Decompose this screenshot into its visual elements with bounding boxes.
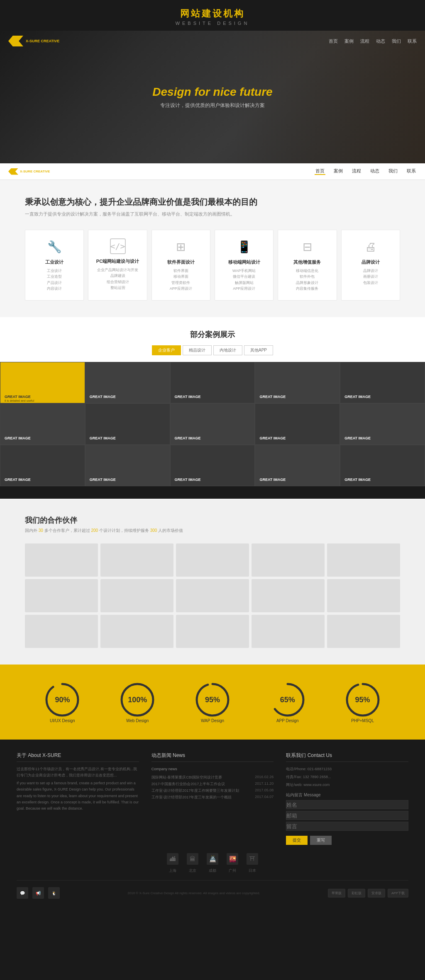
services-heading: 秉承以创意为核心，提升企业品牌商业价值是我们最根本的目的 bbox=[25, 196, 400, 208]
footer-message-input[interactable] bbox=[286, 822, 408, 831]
hero-nav-process[interactable]: 流程 bbox=[360, 38, 369, 44]
service-title-5: 品牌设计 bbox=[347, 259, 395, 265]
service-icon-5: 🖨 bbox=[362, 238, 379, 255]
partners-grid bbox=[25, 543, 400, 648]
service-title-0: 工业设计 bbox=[30, 259, 78, 265]
stat-circle-2: 95% bbox=[194, 681, 231, 718]
portfolio-item-7[interactable]: GREAT IMAGE bbox=[170, 403, 255, 445]
sec-nav-news[interactable]: 动态 bbox=[369, 168, 380, 175]
portfolio-item-11[interactable]: GREAT IMAGE bbox=[85, 445, 170, 486]
footer-news-text-1: 2017·中国服务行业协会2017上半年工作会议 bbox=[151, 781, 225, 787]
portfolio-item-13[interactable]: GREAT IMAGE bbox=[255, 445, 340, 486]
portfolio-label-13: GREAT IMAGE bbox=[259, 478, 286, 482]
footer-app-btn-3[interactable]: APP下载 bbox=[388, 889, 408, 898]
logo-icon bbox=[8, 36, 23, 46]
footer-message-label: 站内留言 Message bbox=[286, 791, 408, 798]
footer-email-input[interactable] bbox=[286, 811, 408, 820]
sec-logo-icon bbox=[8, 168, 18, 175]
service-card-2: ⊞ 软件界面设计 软件界面移动界面管理类软件APP应用设计 bbox=[151, 230, 210, 301]
footer-icon-qq[interactable]: 🐧 bbox=[48, 887, 60, 899]
portfolio-item-2[interactable]: GREAT IMAGE bbox=[170, 362, 255, 403]
sec-nav-cases[interactable]: 案例 bbox=[333, 168, 344, 175]
portfolio-item-3[interactable]: GREAT IMAGE bbox=[255, 362, 340, 403]
footer-city-label-0: 上海 bbox=[169, 868, 176, 873]
hero-nav-news[interactable]: 动态 bbox=[376, 38, 385, 44]
service-desc-2: 软件界面移动界面管理类软件APP应用设计 bbox=[157, 268, 205, 292]
portfolio-item-10[interactable]: GREAT IMAGE bbox=[0, 445, 85, 486]
sec-nav-contact[interactable]: 联系 bbox=[406, 168, 417, 175]
partner-7 bbox=[176, 579, 249, 612]
portfolio-tab-3[interactable]: 其他APP bbox=[244, 345, 273, 355]
hero-nav-about[interactable]: 我们 bbox=[392, 38, 401, 44]
portfolio-label-12: GREAT IMAGE bbox=[175, 478, 201, 482]
hero-logo: X-SURE CREATIVE bbox=[8, 36, 59, 46]
portfolio-item-9[interactable]: GREAT IMAGE bbox=[340, 403, 425, 445]
service-icon-0: 🔧 bbox=[46, 238, 63, 255]
portfolio-item-1[interactable]: GREAT IMAGE bbox=[85, 362, 170, 403]
footer-city-label-2: 成都 bbox=[209, 868, 216, 873]
stat-circle-3: 65% bbox=[269, 681, 306, 718]
portfolio-item-6[interactable]: GREAT IMAGE bbox=[85, 403, 170, 445]
footer-news-date-3: 2017.04.07 bbox=[255, 795, 274, 800]
footer-city-label-1: 北京 bbox=[189, 868, 196, 873]
portfolio-item-8[interactable]: GREAT IMAGE bbox=[255, 403, 340, 445]
portfolio-section: 部分案例展示 企业客户 精品设计 内地设计 其他APP GREAT IMAGE … bbox=[0, 317, 425, 486]
hero-nav-contact[interactable]: 联系 bbox=[408, 38, 417, 44]
portfolio-tab-1[interactable]: 精品设计 bbox=[183, 345, 212, 355]
footer-city-1: 🏛 北京 bbox=[187, 853, 198, 873]
footer-reset-button[interactable]: 重写 bbox=[310, 836, 332, 845]
portfolio-tab-0[interactable]: 企业客户 bbox=[152, 345, 181, 355]
partner-2 bbox=[176, 543, 249, 577]
footer-columns: 关于 About X-SURE 过去那些年11个市场设计员，有一名优秀产品设计,… bbox=[17, 752, 408, 845]
portfolio-item-12[interactable]: GREAT IMAGE bbox=[170, 445, 255, 486]
portfolio-label-8: GREAT IMAGE bbox=[259, 436, 286, 440]
service-title-2: 软件界面设计 bbox=[157, 259, 205, 265]
service-icon-3: 📱 bbox=[236, 238, 252, 255]
footer-city-3: 🌇 广州 bbox=[227, 853, 238, 873]
stat-circle-4: 95% bbox=[344, 681, 381, 718]
stat-value-2: 95% bbox=[205, 695, 220, 704]
footer-app-btn-2[interactable]: 安卓版 bbox=[368, 889, 385, 898]
footer-news-col: 动态新闻 News Company news 国际网站·泰博莱重庆CBI国际空间… bbox=[151, 752, 274, 845]
footer-app-btn-1[interactable]: 彩虹版 bbox=[348, 889, 365, 898]
stat-1: 100% Web Design bbox=[119, 681, 156, 723]
portfolio-item-4[interactable]: GREAT IMAGE bbox=[340, 362, 425, 403]
service-desc-4: 移动端信息化软件外包品牌形象设计内容集传服务 bbox=[283, 268, 331, 292]
portfolio-grid: GREAT IMAGE it is detailed and useful GR… bbox=[0, 362, 425, 486]
stats-section: 90% UI/UX Design 100% Web Design 95% WAP… bbox=[0, 665, 425, 740]
partner-14 bbox=[327, 615, 400, 648]
footer-city-4: ⛩ 日本 bbox=[247, 853, 258, 873]
footer-icon-weibo[interactable]: 📢 bbox=[32, 887, 44, 899]
portfolio-item-0[interactable]: GREAT IMAGE it is detailed and useful bbox=[0, 362, 85, 403]
footer-news-text-0: 国际网站·泰博莱重庆CBI国际空间设计竞赛 bbox=[151, 775, 222, 780]
sec-nav-process[interactable]: 流程 bbox=[351, 168, 362, 175]
footer-app-btn-0[interactable]: 苹果版 bbox=[328, 889, 345, 898]
hero-nav-home[interactable]: 首页 bbox=[329, 38, 338, 44]
portfolio-label-5: GREAT IMAGE bbox=[5, 436, 31, 440]
portfolio-label-1: GREAT IMAGE bbox=[90, 395, 116, 399]
hero-nav-cases[interactable]: 案例 bbox=[344, 38, 354, 44]
portfolio-tab-2[interactable]: 内地设计 bbox=[213, 345, 242, 355]
footer-website: 网址/web: www.xsure.com bbox=[286, 782, 408, 788]
portfolio-item-5[interactable]: GREAT IMAGE bbox=[0, 403, 85, 445]
partner-4 bbox=[327, 543, 400, 577]
sec-nav-about[interactable]: 我们 bbox=[388, 168, 398, 175]
footer-name-input[interactable] bbox=[286, 800, 408, 809]
portfolio-label-3: GREAT IMAGE bbox=[259, 395, 286, 399]
stat-2: 95% WAP Design bbox=[194, 681, 231, 723]
service-card-5: 🖨 品牌设计 品牌设计画册设计包装设计 bbox=[341, 230, 400, 301]
hero-content: Design for nice future 专注设计，提供优质的用户体验和设计… bbox=[152, 85, 272, 109]
sec-nav-home[interactable]: 首页 bbox=[315, 168, 325, 175]
footer-about-text: 过去那些年11个市场设计员，有一名优秀产品设计,有一套专业的机构...我们专门为… bbox=[17, 766, 139, 779]
footer-news-2: 工作室·设计经理部2017年度工作纲要暨三年发展计划 2017.05.08 bbox=[151, 788, 274, 793]
portfolio-item-14[interactable]: GREAT IMAGE bbox=[340, 445, 425, 486]
service-icon-4: ⊟ bbox=[299, 238, 315, 255]
footer-submit-button[interactable]: 提交 bbox=[286, 836, 308, 845]
partner-5 bbox=[25, 579, 98, 612]
portfolio-label-6: GREAT IMAGE bbox=[90, 436, 116, 440]
portfolio-label-9: GREAT IMAGE bbox=[344, 436, 371, 440]
portfolio-label-4: GREAT IMAGE bbox=[344, 395, 371, 399]
footer-fax: 传真/Fax: 132 7890 2658... bbox=[286, 774, 408, 780]
footer-icon-weixin[interactable]: 💬 bbox=[17, 887, 28, 899]
footer-bottom: 💬 📢 🐧 2016 © X-Sure Creative Design All … bbox=[17, 880, 408, 899]
